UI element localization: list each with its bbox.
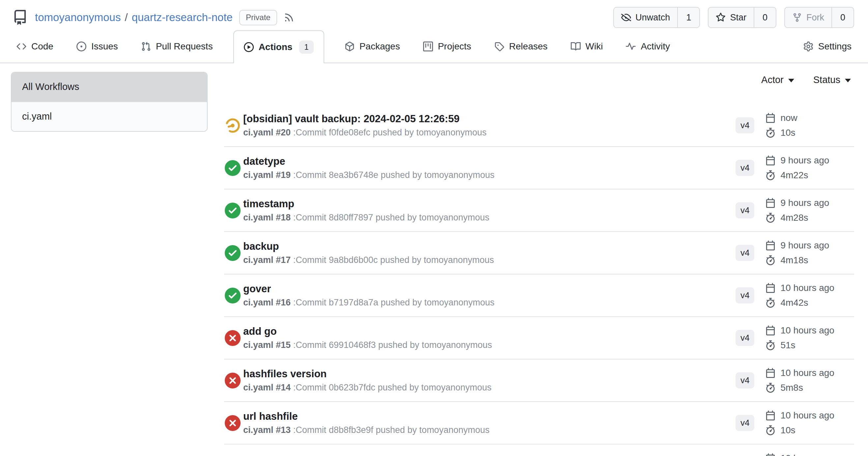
run-duration: 10s	[766, 425, 834, 435]
actor-filter[interactable]: Actor	[761, 74, 794, 85]
calendar-icon	[766, 156, 775, 165]
tab-code-label: Code	[31, 41, 53, 52]
repo-owner-link[interactable]: tomoyanonymous	[35, 11, 121, 24]
repo-header: tomoyanonymous / quartz-research-note Pr…	[0, 0, 868, 30]
tab-pull-requests[interactable]: Pull Requests	[138, 41, 216, 52]
run-title-link[interactable]: [obsidian] vault backup: 2024-02-05 12:2…	[243, 113, 736, 125]
repo-name-link[interactable]: quartz-research-note	[132, 11, 232, 24]
run-meta-line: ci.yaml #15 :Commit 69910468f3 pushed by…	[243, 340, 736, 350]
fork-label-segment[interactable]: Fork	[785, 8, 831, 27]
calendar-icon	[766, 453, 775, 456]
star-label-segment[interactable]: Star	[709, 8, 754, 27]
tab-packages[interactable]: Packages	[342, 41, 403, 52]
run-started-label: 10 hours ago	[780, 410, 834, 421]
run-text: hashfiles version ci.yaml #14 :Commit 0b…	[243, 368, 736, 393]
tab-settings-label: Settings	[818, 41, 851, 52]
tab-projects-label: Projects	[438, 41, 471, 52]
run-started: 10 hours ago	[766, 325, 834, 336]
sidebar-item-all-workflows[interactable]: All Workflows	[11, 72, 207, 102]
unwatch-button[interactable]: Unwatch 1	[613, 7, 700, 28]
run-status-icon	[225, 118, 241, 133]
stopwatch-icon	[766, 383, 775, 393]
run-meta-line: ci.yaml #17 :Commit 9a8bd6b00c pushed by…	[243, 255, 736, 265]
unwatch-label-segment[interactable]: Unwatch	[614, 8, 677, 27]
repo-nav: Code Issues Pull Requests Actions 1 Pack…	[0, 30, 868, 63]
run-title-link[interactable]: url hashfile	[243, 410, 736, 422]
workflow-run-row: [obsidian] vault backup: 2024-02-05 12:2…	[224, 104, 854, 147]
calendar-icon	[766, 326, 775, 335]
star-button[interactable]: Star 0	[708, 7, 776, 28]
run-started-label: 10 hours ago	[780, 368, 834, 378]
version-badge: v4	[736, 415, 754, 431]
play-circle-icon	[244, 42, 254, 52]
rss-feed-icon[interactable]	[284, 12, 294, 23]
stopwatch-icon	[766, 425, 775, 435]
check-circle-icon	[225, 160, 241, 176]
run-text: backup ci.yaml #17 :Commit 9a8bd6b00c pu…	[243, 240, 736, 266]
run-duration-label: 10s	[780, 425, 795, 435]
workflow-runs-main: Actor Status [obsidian] vault backup: 20…	[224, 72, 854, 456]
tab-code[interactable]: Code	[14, 41, 56, 52]
tab-activity[interactable]: Activity	[623, 41, 673, 52]
workflow-run-row: gover ci.yaml #16 :Commit b7197d8a7a pus…	[224, 274, 854, 317]
run-text: add go ci.yaml #15 :Commit 69910468f3 pu…	[243, 325, 736, 351]
run-times: 10 hours ago 10s	[766, 410, 834, 435]
run-right: v4 9 hours ago 4m18s	[736, 240, 854, 266]
tab-projects[interactable]: Projects	[421, 41, 474, 52]
chevron-down-icon	[788, 79, 794, 83]
check-circle-icon	[225, 288, 241, 303]
run-right: v4 10 hours ago 4m42s	[736, 283, 854, 308]
workflow-run-row: add cache again v4 10 hours ago	[224, 445, 854, 456]
run-times: 9 hours ago 4m28s	[766, 198, 829, 223]
x-circle-icon	[225, 415, 241, 431]
run-commit-meta: :Commit f0fde08efc pushed by tomoyanonym…	[291, 128, 486, 137]
run-commit-meta: :Commit b7197d8a7a pushed by tomoyanonym…	[291, 297, 494, 307]
stars-count[interactable]: 0	[754, 8, 776, 27]
forks-count[interactable]: 0	[831, 8, 854, 27]
run-status-icon	[225, 415, 241, 431]
workflow-run-list: [obsidian] vault backup: 2024-02-05 12:2…	[224, 104, 854, 456]
fork-button[interactable]: Fork 0	[784, 7, 854, 28]
tab-pull-requests-label: Pull Requests	[156, 41, 213, 52]
tab-settings[interactable]: Settings	[801, 41, 854, 52]
run-started: 10 hours ago	[766, 453, 834, 456]
run-title-link[interactable]: hashfiles version	[243, 368, 736, 380]
pulse-icon	[626, 41, 636, 52]
run-commit-meta: :Commit 8d80ff7897 pushed by tomoyanonym…	[291, 213, 489, 222]
run-workflow-ref: ci.yaml #20	[243, 128, 291, 137]
run-started: 9 hours ago	[766, 155, 829, 166]
status-filter[interactable]: Status	[813, 74, 851, 85]
tab-issues-label: Issues	[91, 41, 118, 52]
stopwatch-icon	[766, 170, 775, 180]
run-started-label: 9 hours ago	[780, 155, 829, 166]
run-right: v4 10 hours ago 10s	[736, 410, 854, 435]
run-commit-meta: :Commit 8ea3b6748e pushed by tomoyanonym…	[291, 170, 494, 180]
tab-releases[interactable]: Releases	[492, 41, 550, 52]
run-right: v4 10 hours ago 51s	[736, 325, 854, 351]
run-title-link[interactable]: timestamp	[243, 198, 736, 210]
run-meta-line: ci.yaml #16 :Commit b7197d8a7a pushed by…	[243, 297, 736, 308]
fork-label: Fork	[806, 12, 824, 23]
run-title-link[interactable]: add go	[243, 325, 736, 337]
run-started: 10 hours ago	[766, 283, 834, 293]
version-badge: v4	[736, 202, 754, 219]
run-workflow-ref: ci.yaml #14	[243, 383, 291, 392]
run-duration-label: 5m8s	[780, 383, 803, 393]
tab-actions[interactable]: Actions 1	[233, 30, 324, 63]
run-right: v4 9 hours ago 4m28s	[736, 198, 854, 223]
run-title-link[interactable]: gover	[243, 283, 736, 295]
run-title-link[interactable]: datetype	[243, 155, 736, 167]
watchers-count[interactable]: 1	[677, 8, 699, 27]
run-status-icon	[225, 245, 241, 261]
run-status-icon	[225, 372, 241, 388]
tab-issues[interactable]: Issues	[74, 41, 121, 52]
tab-wiki[interactable]: Wiki	[568, 41, 606, 52]
workflow-run-row: datetype ci.yaml #19 :Commit 8ea3b6748e …	[224, 147, 854, 190]
sidebar-item-ci-yaml[interactable]: ci.yaml	[11, 102, 207, 131]
run-meta-line: ci.yaml #19 :Commit 8ea3b6748e pushed by…	[243, 170, 736, 180]
run-title-link[interactable]: backup	[243, 240, 736, 252]
run-started: 9 hours ago	[766, 198, 829, 208]
run-started-label: 9 hours ago	[780, 240, 829, 251]
calendar-icon	[766, 198, 775, 208]
header-actions: Unwatch 1 Star 0 Fork 0	[613, 7, 854, 28]
